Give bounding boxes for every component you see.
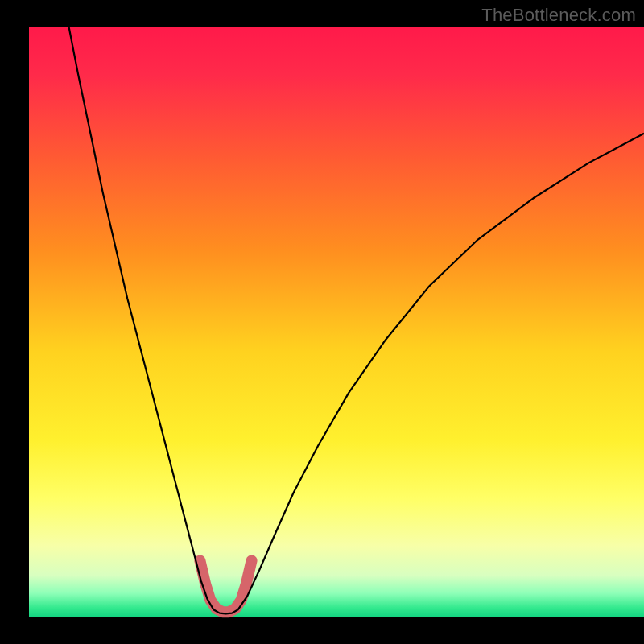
bottleneck-chart: [0, 0, 644, 644]
chart-frame: TheBottleneck.com: [0, 0, 644, 644]
watermark-text: TheBottleneck.com: [481, 5, 636, 26]
plot-background: [29, 27, 644, 617]
